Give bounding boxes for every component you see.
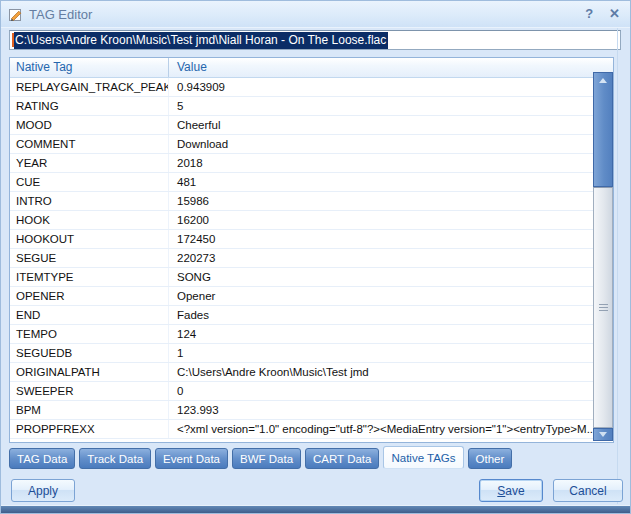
inner-frame-line: [617, 28, 618, 504]
table-row[interactable]: REPLAYGAIN_TRACK_PEAK 0.943909: [10, 78, 593, 97]
tab[interactable]: BWF Data: [232, 448, 301, 469]
table-row[interactable]: COMMENT Download: [10, 135, 593, 154]
help-icon[interactable]: ?: [585, 1, 593, 27]
table-row[interactable]: CUE 481: [10, 173, 593, 192]
tag-name-cell: ORIGINALPATH: [10, 363, 169, 381]
tag-name-cell: SWEEPER: [10, 382, 169, 400]
tag-value-cell: 0: [169, 382, 593, 400]
tag-value-cell: C:\Users\Andre Kroon\Music\Test jmd: [169, 363, 593, 381]
tag-value-cell: 0.943909: [169, 78, 593, 96]
tag-name-cell: END: [10, 306, 169, 324]
save-button-label: Save: [497, 484, 524, 498]
grid-header: Native Tag Value: [10, 58, 613, 78]
apply-button-label: Apply: [28, 484, 58, 498]
table-row[interactable]: ORIGINALPATH C:\Users\Andre Kroon\Music\…: [10, 363, 593, 382]
apply-button[interactable]: Apply: [11, 479, 75, 502]
tab[interactable]: Event Data: [155, 448, 228, 469]
tab[interactable]: CART Data: [305, 448, 379, 469]
table-row[interactable]: HOOKOUT 172450: [10, 230, 593, 249]
table-row[interactable]: END Fades: [10, 306, 593, 325]
cancel-button-label: Cancel: [569, 484, 606, 498]
tag-value-cell: Opener: [169, 287, 593, 305]
window-bottom-edge: [1, 505, 630, 513]
tag-name-cell: MOOD: [10, 116, 169, 134]
vertical-scrollbar[interactable]: [593, 72, 613, 441]
tag-name-cell: ITEMTYPE: [10, 268, 169, 286]
triangle-up-icon: [599, 78, 607, 83]
table-row[interactable]: ITEMTYPE SONG: [10, 268, 593, 287]
tab[interactable]: TAG Data: [9, 448, 75, 469]
grid-rows: REPLAYGAIN_TRACK_PEAK 0.943909 RATING 5 …: [10, 78, 593, 439]
tag-value-cell: 2018: [169, 154, 593, 172]
tag-name-cell: HOOK: [10, 211, 169, 229]
table-row[interactable]: HOOK 16200: [10, 211, 593, 230]
tag-name-cell: RATING: [10, 97, 169, 115]
scroll-up-button[interactable]: [593, 72, 613, 187]
selected-path-text: C:\Users\Andre Kroon\Music\Test jmd\Nial…: [14, 32, 388, 49]
table-row[interactable]: OPENER Opener: [10, 287, 593, 306]
table-row[interactable]: TEMPO 124: [10, 325, 593, 344]
cancel-button[interactable]: Cancel: [553, 479, 623, 502]
tag-value-cell: <?xml version="1.0" encoding="utf-8"?><M…: [169, 420, 593, 438]
tag-value-cell: Download: [169, 135, 593, 153]
tag-name-cell: COMMENT: [10, 135, 169, 153]
native-tag-grid: Native Tag Value REPLAYGAIN_TRACK_PEAK 0…: [9, 57, 614, 443]
table-row[interactable]: SEGUEDB 1: [10, 344, 593, 363]
scrollbar-thumb[interactable]: [593, 187, 613, 428]
tag-value-cell: 1: [169, 344, 593, 362]
tag-name-cell: SEGUEDB: [10, 344, 169, 362]
scroll-down-button[interactable]: [593, 428, 613, 441]
tag-editor-window: TAG Editor ? ✕ C:\Users\Andre Kroon\Musi…: [0, 0, 631, 514]
triangle-down-icon: [599, 432, 607, 437]
tag-name-cell: YEAR: [10, 154, 169, 172]
tag-value-cell: 172450: [169, 230, 593, 248]
tag-value-cell: 16200: [169, 211, 593, 229]
table-row[interactable]: YEAR 2018: [10, 154, 593, 173]
table-row[interactable]: BPM 123.993: [10, 401, 593, 420]
table-row[interactable]: MOOD Cheerful: [10, 116, 593, 135]
tag-value-cell: 5: [169, 97, 593, 115]
close-icon[interactable]: ✕: [609, 1, 620, 27]
tag-name-cell: CUE: [10, 173, 169, 191]
table-row[interactable]: RATING 5: [10, 97, 593, 116]
tag-value-cell: 15986: [169, 192, 593, 210]
tab[interactable]: Track Data: [79, 448, 151, 469]
column-header-native-tag[interactable]: Native Tag: [10, 58, 169, 77]
pencil-edit-icon: [8, 7, 23, 22]
table-row[interactable]: SEGUE 220273: [10, 249, 593, 268]
tag-value-cell: 123.993: [169, 401, 593, 419]
table-row[interactable]: SWEEPER 0: [10, 382, 593, 401]
tag-name-cell: BPM: [10, 401, 169, 419]
window-title: TAG Editor: [29, 7, 92, 22]
tab[interactable]: Other: [468, 448, 513, 469]
tab[interactable]: Native TAGs: [383, 446, 463, 469]
tag-value-cell: 481: [169, 173, 593, 191]
thumb-grip-icon: [599, 304, 608, 311]
table-row[interactable]: PROPPFREXX <?xml version="1.0" encoding=…: [10, 420, 593, 439]
tag-name-cell: HOOKOUT: [10, 230, 169, 248]
file-path-input[interactable]: C:\Users\Andre Kroon\Music\Test jmd\Nial…: [9, 30, 621, 50]
tag-value-cell: Fades: [169, 306, 593, 324]
tag-name-cell: TEMPO: [10, 325, 169, 343]
tag-value-cell: SONG: [169, 268, 593, 286]
tag-name-cell: SEGUE: [10, 249, 169, 267]
save-button[interactable]: Save: [479, 479, 543, 502]
tag-name-cell: INTRO: [10, 192, 169, 210]
title-bar: TAG Editor ? ✕: [1, 1, 630, 28]
tag-name-cell: REPLAYGAIN_TRACK_PEAK: [10, 78, 169, 96]
tag-value-cell: 124: [169, 325, 593, 343]
tag-value-cell: Cheerful: [169, 116, 593, 134]
table-row[interactable]: INTRO 15986: [10, 192, 593, 211]
tag-value-cell: 220273: [169, 249, 593, 267]
tag-name-cell: OPENER: [10, 287, 169, 305]
tag-name-cell: PROPPFREXX: [10, 420, 169, 438]
tab-bar: TAG Data Track Data Event Data BWF Data …: [9, 446, 512, 469]
column-header-value[interactable]: Value: [169, 58, 613, 77]
